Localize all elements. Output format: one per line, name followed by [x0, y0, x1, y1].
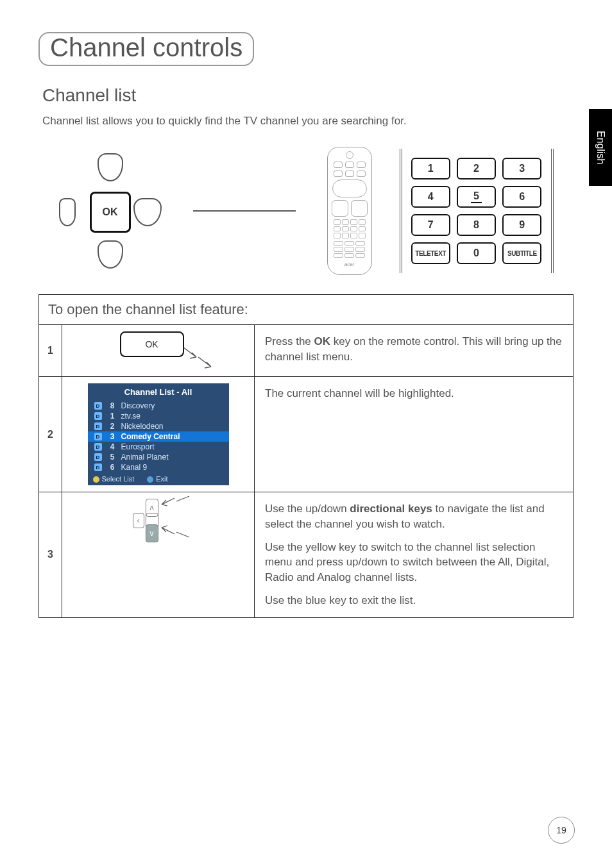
channel-name: Discovery [121, 401, 155, 410]
channel-name: Comedy Central [121, 432, 180, 441]
channel-list-item: D 2 Nickelodeon [88, 421, 229, 431]
channel-name: Nickelodeon [121, 422, 164, 431]
channel-name: Kanal 9 [121, 463, 148, 472]
channel-list-item: D 6 Kanal 9 [88, 462, 229, 472]
figure-row: OK acer 1 2 3 4 5 6 7 8 9 TELETEXT 0 SUB… [38, 147, 574, 275]
language-tab: English [589, 109, 612, 186]
numpad-key-1: 1 [411, 158, 450, 179]
step-row-3: 3 ʌ ‹ v Use the up/down directional keys… [39, 492, 573, 617]
channel-name: ztv.se [121, 412, 140, 421]
step-row-2: 2 Channel List - All D 8 Discovery D 1 z… [39, 377, 573, 492]
channel-type-icon: D [94, 463, 102, 471]
channel-name: Animal Planet [121, 453, 169, 462]
channel-type-icon: D [94, 422, 102, 430]
cursor-arrow-icon [158, 524, 191, 544]
section-title: Channel list [42, 85, 574, 106]
channel-list-item: D 1 ztv.se [88, 411, 229, 421]
connector-line [193, 210, 296, 212]
numpad-key-3: 3 [502, 158, 541, 179]
numpad-key-7: 7 [411, 214, 450, 236]
dpad-up-button [98, 153, 123, 181]
left-key-icon: ‹ [133, 513, 144, 528]
step-description: The current channel will be highlighted. [255, 377, 573, 492]
dpad-down-button [98, 240, 123, 269]
step-number: 3 [39, 492, 62, 617]
numpad-key-8: 8 [457, 214, 496, 236]
cursor-arrow-icon [180, 344, 212, 370]
intro-text: Channel list allows you to quickly find … [42, 115, 574, 128]
numpad-key-subtitle: SUBTITLE [502, 242, 541, 264]
page-title: Channel controls [50, 33, 242, 62]
page-number: 19 [548, 817, 575, 844]
step-description: Press the OK key on the remote control. … [255, 325, 573, 376]
blue-dot-icon [147, 476, 153, 483]
step-description: Use the up/down directional keys to navi… [255, 492, 573, 617]
channel-list-item: D 5 Animal Planet [88, 452, 229, 462]
ok-key-illustration: OK [120, 331, 184, 357]
channel-list-item: D 4 Eurosport [88, 442, 229, 452]
channel-list-item: D 8 Discovery [88, 401, 229, 411]
cursor-arrow-icon [158, 495, 191, 514]
channel-name: Eurosport [121, 442, 155, 451]
directional-keys-illustration: ʌ ‹ v [120, 499, 197, 544]
step-figure-ok-button: OK [62, 325, 255, 376]
channel-type-icon: D [94, 433, 102, 440]
numpad-key-2: 2 [457, 158, 496, 179]
remote-illustration: acer [327, 147, 372, 275]
channel-type-icon: D [94, 402, 102, 410]
dpad-illustration: OK [59, 153, 162, 269]
channel-type-icon: D [94, 412, 102, 420]
steps-table: To open the channel list feature: 1 OK P… [38, 294, 574, 618]
yellow-dot-icon [93, 476, 99, 483]
numpad-key-6: 6 [502, 186, 541, 208]
down-key-icon: v [146, 524, 158, 542]
channel-list-item-selected: D 3 Comedy Central [88, 431, 229, 442]
channel-type-icon: D [94, 453, 102, 461]
page-title-box: Channel controls [38, 32, 254, 66]
dpad-ok-button: OK [90, 192, 131, 233]
numpad-key-9: 9 [502, 214, 541, 236]
numpad-key-0: 0 [457, 242, 496, 264]
step-figure-channel-list: Channel List - All D 8 Discovery D 1 ztv… [62, 377, 255, 492]
step-figure-directional-keys: ʌ ‹ v [62, 492, 255, 617]
dpad-right-button [133, 198, 162, 226]
step-row-1: 1 OK Press the OK key on the remote cont… [39, 325, 573, 377]
step-number: 2 [39, 377, 62, 492]
numpad-key-5: 5 [457, 186, 496, 208]
channel-list-menu: Channel List - All D 8 Discovery D 1 ztv… [88, 383, 229, 485]
numpad-key-teletext: TELETEXT [411, 242, 450, 264]
dpad-left-button [59, 198, 76, 226]
steps-table-header: To open the channel list feature: [39, 295, 573, 325]
numpad-key-4: 4 [411, 186, 450, 208]
channel-list-title: Channel List - All [88, 383, 229, 401]
step-number: 1 [39, 325, 62, 376]
channel-list-footer: Select List Exit [88, 472, 229, 485]
remote-brand-logo: acer [344, 262, 355, 267]
channel-type-icon: D [94, 443, 102, 451]
numpad-illustration: 1 2 3 4 5 6 7 8 9 TELETEXT 0 SUBTITLE [400, 149, 554, 273]
